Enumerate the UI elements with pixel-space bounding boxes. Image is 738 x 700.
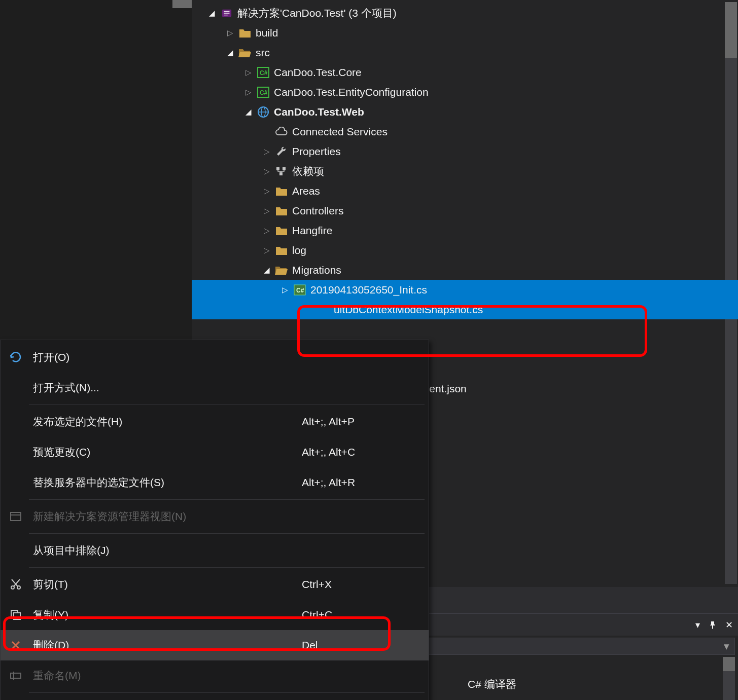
rename-icon — [8, 668, 24, 684]
solution-label: 解决方案'CanDoo.Test' (3 个项目) — [237, 6, 397, 20]
folder-icon — [274, 245, 289, 255]
tree-folder-controllers[interactable]: ▷ Controllers — [205, 201, 723, 220]
new-view-icon — [8, 508, 24, 525]
ctx-shortcut: Alt+;, Alt+P — [302, 416, 429, 428]
ctx-label: 删除(D) — [33, 638, 302, 652]
tree-folder-hangfire[interactable]: ▷ Hangfire — [205, 220, 723, 240]
svg-text:C#: C# — [260, 69, 268, 77]
ctx-open-with[interactable]: 打开方式(N)... — [1, 373, 429, 403]
expand-arrow-open-icon[interactable]: ◢ — [205, 9, 219, 18]
close-icon[interactable]: ✕ — [725, 619, 733, 631]
tree-folder-migrations[interactable]: ◢ Migrations — [205, 260, 723, 280]
pin-icon[interactable] — [708, 620, 717, 630]
tree-project-core[interactable]: ▷ C# CanDoo.Test.Core — [205, 62, 723, 82]
dependencies-icon — [274, 166, 289, 176]
folder-icon — [237, 28, 253, 38]
dropdown-icon[interactable]: ▾ — [724, 640, 729, 652]
expand-arrow-icon[interactable]: ▷ — [260, 167, 274, 176]
ctx-exclude[interactable]: 从项目中排除(J) — [1, 535, 429, 566]
ctx-shortcut: Ctrl+X — [302, 578, 429, 591]
ctx-cut[interactable]: 剪切(T) Ctrl+X — [1, 569, 429, 600]
ctx-separator — [29, 499, 425, 500]
tree-label: Properties — [292, 145, 341, 158]
tree-label: CanDoo.Test.EntityConfiguration — [274, 86, 429, 98]
svg-rect-18 — [14, 613, 20, 619]
tree-label: 依赖项 — [292, 164, 324, 178]
tree-file-init-cs[interactable]: ▷ C# 20190413052650_Init.cs — [192, 280, 738, 300]
ctx-separator — [29, 404, 425, 405]
tree-label: Areas — [292, 185, 320, 197]
tree-project-web[interactable]: ◢ CanDoo.Test.Web — [205, 102, 723, 122]
svg-rect-8 — [276, 167, 279, 170]
ctx-copy[interactable]: 复制(Y) Ctrl+C — [1, 600, 429, 630]
ctx-label: 复制(Y) — [33, 608, 302, 622]
expand-arrow-icon[interactable]: ▷ — [260, 206, 274, 215]
ctx-shortcut: Del — [302, 639, 429, 651]
expand-arrow-icon[interactable]: ▷ — [260, 226, 274, 235]
tree-project-entity[interactable]: ▷ C# CanDoo.Test.EntityConfiguration — [205, 82, 723, 102]
ctx-label: 从项目中排除(J) — [33, 543, 429, 558]
solution-scrollbar-thumb[interactable] — [725, 2, 737, 58]
expand-arrow-open-icon[interactable]: ◢ — [260, 266, 274, 275]
tree-folder-build[interactable]: ▷ build — [205, 23, 723, 43]
properties-scrollbar-thumb[interactable] — [723, 657, 735, 671]
ctx-delete[interactable]: 删除(D) Del — [1, 630, 429, 660]
tree-connected-services[interactable]: ▷ Connected Services — [205, 122, 723, 141]
tree-label: 20190413052650_Init.cs — [310, 284, 427, 296]
ctx-separator — [29, 692, 425, 693]
ctx-publish[interactable]: 发布选定的文件(H) Alt+;, Alt+P — [1, 407, 429, 437]
folder-icon — [274, 206, 289, 216]
ctx-shortcut: Alt+;, Alt+C — [302, 446, 429, 458]
ctx-replace[interactable]: 替换服务器中的选定文件(S) Alt+;, Alt+R — [1, 467, 429, 498]
ctx-new-view: 新建解决方案资源管理器视图(N) — [1, 501, 429, 532]
expand-arrow-icon[interactable]: ▷ — [241, 68, 256, 77]
ctx-label: 发布选定的文件(H) — [33, 415, 302, 429]
tree-label: CanDoo.Test.Web — [274, 106, 364, 118]
copy-icon — [8, 607, 24, 623]
expand-arrow-icon[interactable]: ▷ — [278, 285, 292, 294]
tree-label: Hangfire — [292, 225, 332, 237]
ctx-preview[interactable]: 预览更改(C) Alt+;, Alt+C — [1, 437, 429, 467]
properties-category-label: C# 编译器 — [468, 677, 516, 691]
open-icon — [8, 349, 24, 365]
tree-dependencies[interactable]: ▷ 依赖项 — [205, 161, 723, 181]
expand-arrow-icon[interactable]: ▷ — [223, 28, 237, 38]
expand-arrow-icon[interactable]: ▷ — [260, 147, 274, 156]
tree-label: src — [256, 47, 270, 59]
ctx-separator — [29, 567, 425, 568]
svg-text:C#: C# — [260, 89, 268, 96]
dropdown-icon[interactable]: ▾ — [695, 619, 700, 631]
tree-properties[interactable]: ▷ Properties — [205, 141, 723, 161]
expand-arrow-icon[interactable]: ▷ — [260, 246, 274, 255]
tree-solution-root[interactable]: ◢ 解决方案'CanDoo.Test' (3 个项目) — [205, 3, 723, 23]
tree-label: ultDbContextModelSnapshot.cs — [334, 304, 483, 316]
ctx-label: 新建解决方案资源管理器视图(N) — [33, 509, 429, 524]
ctx-open[interactable]: 打开(O) — [1, 342, 429, 373]
svg-rect-19 — [11, 673, 21, 678]
svg-rect-13 — [11, 512, 21, 521]
ctx-label: 打开(O) — [33, 350, 429, 364]
tree-folder-log[interactable]: ▷ log — [205, 240, 723, 260]
cloud-icon — [274, 127, 289, 137]
properties-scrollbar[interactable] — [723, 657, 735, 700]
tree-partial-row[interactable] — [205, 319, 723, 339]
ctx-label: 打开方式(N)... — [33, 381, 429, 395]
ctx-label: 重命名(M) — [33, 669, 429, 683]
expand-arrow-icon[interactable]: ▷ — [260, 187, 274, 196]
expand-arrow-open-icon[interactable]: ◢ — [241, 107, 256, 117]
tree-label: build — [256, 27, 278, 39]
tree-folder-areas[interactable]: ▷ Areas — [205, 181, 723, 201]
tree-file-snapshot-cs[interactable]: ultDbContextModelSnapshot.cs — [192, 300, 738, 319]
wrench-icon — [274, 145, 289, 158]
tree-folder-src[interactable]: ◢ src — [205, 43, 723, 62]
ctx-properties[interactable]: 属性(R) Alt+Enter — [1, 694, 429, 700]
ctx-shortcut: Alt+;, Alt+R — [302, 476, 429, 489]
web-project-icon — [256, 106, 271, 118]
csharp-file-icon: C# — [292, 284, 307, 296]
expand-arrow-open-icon[interactable]: ◢ — [223, 48, 237, 57]
expand-arrow-icon[interactable]: ▷ — [241, 88, 256, 97]
tree-label: log — [292, 244, 306, 256]
ctx-label: 剪切(T) — [33, 577, 302, 592]
tree-label: Migrations — [292, 264, 341, 276]
ctx-label: 预览更改(C) — [33, 445, 302, 459]
